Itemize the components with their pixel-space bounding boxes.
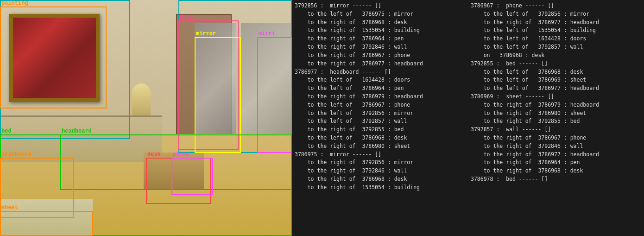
bbox-label-doors-3: doors xyxy=(179,14,197,20)
bbox-label-bed-6: bed xyxy=(1,128,12,134)
bbox-phone-10: phone xyxy=(171,158,213,195)
bbox-label-painting-1: painting xyxy=(1,0,29,6)
lamp-visual xyxy=(132,83,151,121)
bbox-label-phone-10: phone xyxy=(172,151,190,158)
scene-image: wallpaintingbuildingdoorsmirrormirribedh… xyxy=(0,0,292,236)
bbox-label-sheet-11: sheet xyxy=(1,204,19,211)
image-panel: wallpaintingbuildingdoorsmirrormirribedh… xyxy=(0,0,292,236)
right-data-text: 3786967 : phone ------ [] to the left of… xyxy=(471,2,641,184)
bbox-sheet-11: sheet xyxy=(0,211,93,236)
text-panel-right: 3786967 : phone ------ [] to the left of… xyxy=(468,0,644,236)
bbox-painting-1: painting xyxy=(0,6,107,108)
bbox-label-desk-9: desk xyxy=(147,151,161,158)
bbox-label-mirri-5: mirri xyxy=(258,31,276,37)
left-data-text: 3792856 : mirror ------ [] to the left o… xyxy=(295,2,465,192)
text-panel-left: 3792856 : mirror ------ [] to the left o… xyxy=(292,0,468,236)
bbox-label-mirror-4: mirror xyxy=(196,31,216,37)
bbox-label-headboard-8: headboard xyxy=(1,151,32,158)
bbox-label-headboard-7: headboard xyxy=(61,128,92,134)
